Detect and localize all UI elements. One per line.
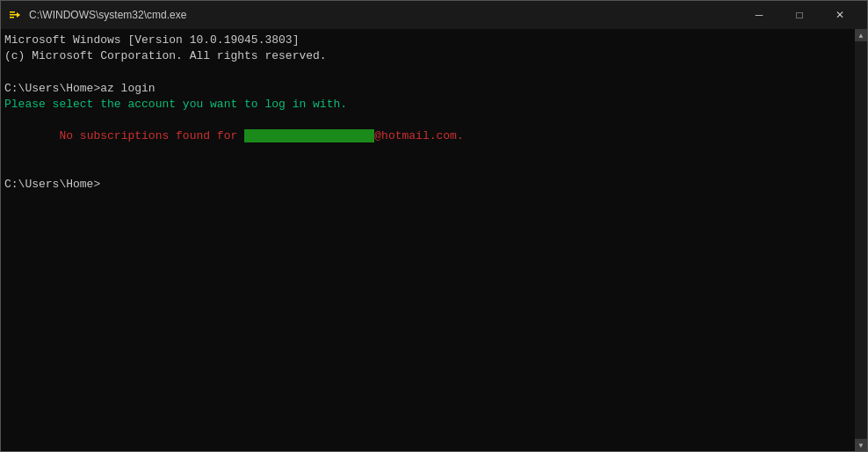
scroll-up-button[interactable]: ▲ <box>855 29 867 41</box>
maximize-button[interactable]: □ <box>779 1 820 29</box>
scroll-down-button[interactable]: ▼ <box>855 439 867 451</box>
output-line-3 <box>4 64 851 80</box>
output-line-5: Please select the account you want to lo… <box>4 97 851 113</box>
cmd-icon <box>8 8 22 22</box>
scrollbar[interactable]: ▲ ▼ <box>855 29 867 451</box>
window-title: C:\WINDOWS\system32\cmd.exe <box>29 9 739 21</box>
title-bar: C:\WINDOWS\system32\cmd.exe ─ □ ✕ <box>1 1 867 29</box>
cmd-window: C:\WINDOWS\system32\cmd.exe ─ □ ✕ Micros… <box>0 0 868 452</box>
redacted-email <box>244 129 374 142</box>
output-line-1: Microsoft Windows [Version 10.0.19045.38… <box>4 33 851 48</box>
svg-rect-2 <box>10 14 17 16</box>
output-line-7 <box>4 161 851 177</box>
svg-rect-1 <box>10 11 15 13</box>
window-controls: ─ □ ✕ <box>739 1 860 29</box>
output-line-8: C:\Users\Home> <box>4 177 851 193</box>
no-subscriptions-text: No subscriptions found for <box>59 129 244 142</box>
close-button[interactable]: ✕ <box>820 1 860 29</box>
svg-rect-3 <box>10 17 14 18</box>
terminal-body: Microsoft Windows [Version 10.0.19045.38… <box>1 29 867 451</box>
minimize-button[interactable]: ─ <box>739 1 779 29</box>
scrollbar-track <box>855 41 867 439</box>
output-line-4: C:\Users\Home>az login <box>4 81 851 97</box>
output-line-6: No subscriptions found for @hotmail.com. <box>4 113 851 161</box>
terminal-content[interactable]: Microsoft Windows [Version 10.0.19045.38… <box>1 29 855 451</box>
hotmail-text: @hotmail.com. <box>374 129 463 142</box>
output-line-2: (c) Microsoft Corporation. All rights re… <box>4 48 851 64</box>
